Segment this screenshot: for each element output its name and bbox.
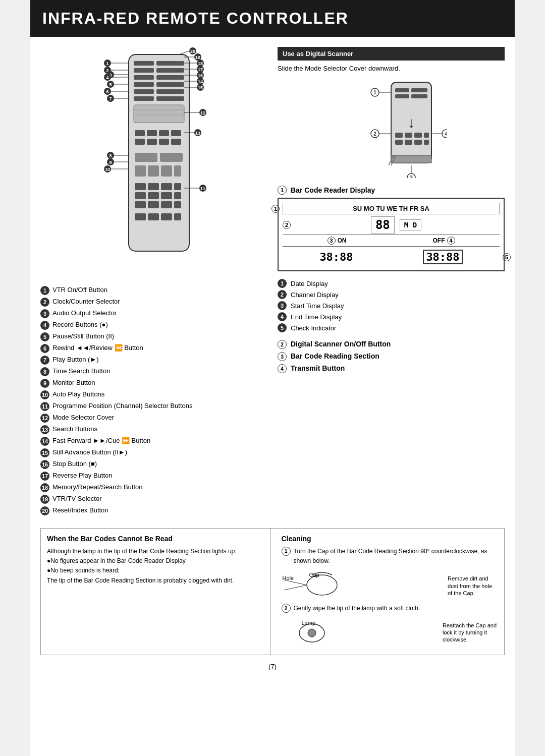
- svg-rect-2: [156, 61, 184, 66]
- svg-rect-26: [135, 165, 146, 177]
- svg-rect-6: [156, 75, 184, 80]
- bar-code-bullet-2: ●No beep sounds is heard;: [47, 566, 264, 575]
- list-item: 13 Search Buttons: [40, 425, 267, 434]
- list-item: 16 Stop Button (■): [40, 460, 267, 469]
- svg-rect-24: [135, 153, 157, 162]
- off-label: OFF: [433, 237, 445, 244]
- list-item: 9 Monitor Button: [40, 379, 267, 388]
- part-num-7: 7: [40, 356, 49, 365]
- svg-rect-108: [411, 88, 427, 92]
- display-num-3: 3: [278, 301, 287, 310]
- svg-text:16: 16: [198, 73, 203, 78]
- scanner-svg: ↓: [336, 77, 447, 178]
- part-num-6: 6: [40, 344, 49, 353]
- cleaning-box: Cleaning 1 Turn the Cap of the Bar Code …: [276, 529, 505, 655]
- time-row: 38:88 38:88 5: [283, 248, 500, 266]
- bar-code-note-title: When the Bar Codes Cannot Be Read: [47, 535, 264, 543]
- part-num-8: 8: [40, 367, 49, 376]
- list-item: 11 Programme Position (Channel) Selector…: [40, 402, 267, 411]
- display-diagram: 1 SU MO TU WE TH FR SA 2 88 M D 3: [278, 198, 505, 271]
- list-item: 3 Audio Output Selector: [40, 309, 267, 318]
- svg-text:1: 1: [106, 61, 108, 66]
- svg-rect-109: [395, 94, 409, 98]
- bar-code-note-box: When the Bar Codes Cannot Be Read Althou…: [41, 529, 270, 655]
- svg-rect-107: [395, 88, 409, 92]
- on-section: 3 ON: [328, 237, 347, 245]
- cleaning-step1-text: Turn the Cap of the Bar Code Reading Sec…: [294, 547, 499, 566]
- part-num-2: 2: [40, 298, 49, 307]
- cleaning-body: 1 Turn the Cap of the Bar Code Reading S…: [282, 547, 499, 646]
- scanner-diagram: ↓: [336, 77, 447, 178]
- hole-label: Hole: [283, 574, 294, 583]
- svg-text:7: 7: [109, 96, 112, 101]
- svg-rect-34: [135, 192, 146, 199]
- bar-code-closing: The tip of the Bar Code Reading Section …: [47, 576, 264, 586]
- svg-rect-38: [135, 201, 146, 208]
- svg-rect-1: [134, 61, 154, 66]
- sub-circle-3: 3: [278, 352, 287, 361]
- cleaning-step-2-num: 2: [282, 604, 291, 613]
- svg-rect-16: [135, 130, 145, 136]
- svg-rect-25: [160, 153, 183, 162]
- list-item: 1 VTR On/Off Button: [40, 286, 267, 295]
- svg-text:12: 12: [200, 110, 205, 115]
- svg-rect-33: [174, 183, 181, 190]
- right-section: Use as Digital Scanner Slide the Mode Se…: [278, 47, 505, 518]
- svg-rect-5: [134, 75, 154, 80]
- display-circle-1: 1: [271, 205, 280, 213]
- bar-code-display-label: Bar Code Reader Display: [291, 186, 375, 194]
- svg-point-139: [308, 629, 316, 637]
- on-time-display: 38:88: [319, 251, 353, 263]
- left-section: 1 2 3 4 5: [40, 47, 267, 518]
- svg-rect-115: [424, 133, 429, 138]
- on-label: ON: [338, 237, 347, 244]
- svg-rect-20: [135, 139, 145, 145]
- svg-rect-40: [161, 201, 172, 208]
- circle-1: 1: [278, 186, 287, 195]
- svg-rect-17: [147, 130, 157, 136]
- bar-code-bullet-1: ●No figures appear in the Bar Code Reade…: [47, 556, 264, 566]
- list-item: 19 VTR/TV Selector: [40, 495, 267, 504]
- svg-text:1: 1: [373, 90, 376, 95]
- svg-rect-118: [414, 140, 422, 145]
- list-item: 2 Clock/Counter Selector: [40, 298, 267, 307]
- bar-code-note-body: Although the lamp in the tip of the Bar …: [47, 547, 264, 586]
- cap-note: Remove dirt and dust from the hole of th…: [448, 575, 498, 597]
- main-content: 1 2 3 4 5: [30, 47, 515, 518]
- svg-rect-3: [134, 68, 154, 73]
- svg-text:11: 11: [200, 186, 205, 191]
- channel-suffix: M D: [400, 219, 421, 230]
- svg-rect-10: [156, 89, 184, 94]
- remote-diagram: 1 2 3 4 5: [83, 47, 225, 281]
- page-number: (7): [30, 655, 515, 678]
- svg-line-136: [284, 585, 307, 590]
- sub-legend-item: 2 Digital Scanner On/Off Button: [278, 340, 505, 349]
- on-off-row: 3 ON OFF 4: [283, 235, 500, 247]
- svg-rect-28: [161, 165, 172, 177]
- list-item: 10 Auto Play Buttons: [40, 390, 267, 399]
- svg-rect-45: [174, 213, 181, 220]
- display-label-item: 2 Channel Display: [278, 290, 505, 299]
- part-num-17: 17: [40, 472, 49, 481]
- display-circle-3: 3: [328, 237, 336, 245]
- scanner-note: Slide the Mode Selector Cover downward.: [278, 65, 505, 72]
- cleaning-diagram-2: Lamp Reattach the Cap and lock it by tur…: [282, 618, 499, 646]
- svg-rect-30: [135, 183, 146, 190]
- remote-parts-list: 1 VTR On/Off Button 2 Clock/Counter Sele…: [40, 286, 267, 515]
- list-item: 14 Fast Forward ►►/Cue ⏩ Button: [40, 437, 267, 446]
- svg-text:19: 19: [195, 55, 200, 60]
- list-item: 20 Reset/Index Button: [40, 506, 267, 515]
- display-circle-2: 2: [283, 221, 291, 229]
- part-num-5: 5: [40, 332, 49, 341]
- part-num-18: 18: [40, 483, 49, 492]
- sub-circle-2: 2: [278, 340, 287, 349]
- bar-code-reader-label: 1 Bar Code Reader Display: [278, 186, 505, 195]
- svg-rect-23: [171, 139, 181, 145]
- list-item: 5 Pause/Still Button (II): [40, 332, 267, 341]
- part-num-1: 1: [40, 286, 49, 295]
- sub-circle-4: 4: [278, 364, 287, 373]
- svg-rect-120: [391, 155, 431, 163]
- svg-rect-114: [414, 133, 422, 138]
- part-num-11: 11: [40, 402, 49, 411]
- svg-rect-35: [148, 192, 159, 199]
